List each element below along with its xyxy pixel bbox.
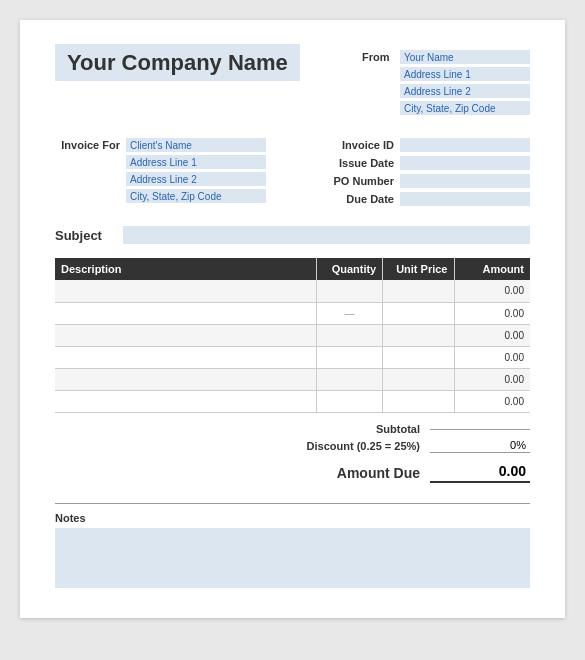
table-row: 0.00 — [55, 390, 530, 412]
invoice-table: Description Quantity Unit Price Amount 0… — [55, 258, 530, 413]
price-header: Unit Price — [383, 258, 454, 280]
invoice-meta-block: Invoice ID Issue Date PO Number Due Date — [324, 138, 530, 206]
from-address1-field[interactable]: Address Line 1 — [400, 67, 530, 81]
due-date-row: Due Date — [324, 192, 530, 206]
issue-date-field[interactable] — [400, 156, 530, 170]
table-row: 0.00 — [55, 368, 530, 390]
amount-due-label: Amount Due — [300, 465, 420, 481]
company-name[interactable]: Your Company Name — [55, 44, 300, 81]
notes-section: Notes — [55, 503, 530, 588]
invoice-for-block: Invoice For Client's Name Address Line 1… — [55, 138, 266, 206]
qty-cell[interactable]: — — [316, 302, 383, 324]
company-name-block: Your Company Name — [55, 50, 300, 76]
subtotal-row: Subtotal — [300, 423, 530, 435]
price-cell[interactable] — [383, 324, 454, 346]
desc-header: Description — [55, 258, 316, 280]
desc-cell[interactable] — [55, 346, 316, 368]
amount-cell: 0.00 — [454, 390, 530, 412]
qty-header: Quantity — [316, 258, 383, 280]
amount-cell: 0.00 — [454, 324, 530, 346]
subject-label: Subject — [55, 228, 115, 243]
from-name-field[interactable]: Your Name — [400, 50, 530, 64]
invoice-id-label: Invoice ID — [324, 139, 394, 151]
client-address2-field[interactable]: Address Line 2 — [126, 172, 266, 186]
header: Your Company Name From Your Name Address… — [55, 50, 530, 118]
subtotal-value[interactable] — [430, 428, 530, 430]
from-address2-field[interactable]: Address Line 2 — [400, 84, 530, 98]
invoice-id-row: Invoice ID — [324, 138, 530, 152]
discount-value[interactable]: 0% — [430, 439, 530, 453]
amount-due-value[interactable]: 0.00 — [430, 463, 530, 483]
totals-section: Subtotal Discount (0.25 = 25%) 0% Amount… — [55, 423, 530, 483]
desc-cell[interactable] — [55, 368, 316, 390]
desc-cell[interactable] — [55, 302, 316, 324]
qty-cell[interactable] — [316, 280, 383, 302]
subtotal-label: Subtotal — [300, 423, 420, 435]
desc-cell[interactable] — [55, 280, 316, 302]
table-header-row: Description Quantity Unit Price Amount — [55, 258, 530, 280]
amount-cell: 0.00 — [454, 280, 530, 302]
issue-date-label: Issue Date — [324, 157, 394, 169]
amount-due-row: Amount Due 0.00 — [300, 463, 530, 483]
qty-cell[interactable] — [316, 324, 383, 346]
from-city-field[interactable]: City, State, Zip Code — [400, 101, 530, 115]
issue-date-row: Issue Date — [324, 156, 530, 170]
po-number-row: PO Number — [324, 174, 530, 188]
po-number-label: PO Number — [324, 175, 394, 187]
po-number-field[interactable] — [400, 174, 530, 188]
client-address1-field[interactable]: Address Line 1 — [126, 155, 266, 169]
amount-cell: 0.00 — [454, 302, 530, 324]
price-cell[interactable] — [383, 390, 454, 412]
from-label: From — [362, 51, 392, 63]
desc-cell[interactable] — [55, 324, 316, 346]
notes-area[interactable] — [55, 528, 530, 588]
invoice-container: Your Company Name From Your Name Address… — [20, 20, 565, 618]
client-name-field[interactable]: Client's Name — [126, 138, 266, 152]
due-date-label: Due Date — [324, 193, 394, 205]
price-cell[interactable] — [383, 302, 454, 324]
client-city-field[interactable]: City, State, Zip Code — [126, 189, 266, 203]
table-row: 0.00 — [55, 324, 530, 346]
discount-label: Discount (0.25 = 25%) — [300, 440, 420, 452]
invoice-for-label: Invoice For — [55, 139, 120, 151]
amount-header: Amount — [454, 258, 530, 280]
qty-cell[interactable] — [316, 390, 383, 412]
subject-field[interactable] — [123, 226, 530, 244]
notes-label: Notes — [55, 512, 530, 524]
table-row: 0.00 — [55, 280, 530, 302]
invoice-for-row: Invoice For Client's Name — [55, 138, 266, 155]
from-name-row: From Your Name — [362, 50, 530, 67]
from-block: From Your Name Address Line 1 Address Li… — [362, 50, 530, 118]
table-row: —0.00 — [55, 302, 530, 324]
qty-cell[interactable] — [316, 346, 383, 368]
qty-cell[interactable] — [316, 368, 383, 390]
middle-section: Invoice For Client's Name Address Line 1… — [55, 138, 530, 206]
price-cell[interactable] — [383, 346, 454, 368]
amount-cell: 0.00 — [454, 368, 530, 390]
invoice-id-field[interactable] — [400, 138, 530, 152]
amount-cell: 0.00 — [454, 346, 530, 368]
discount-row: Discount (0.25 = 25%) 0% — [300, 439, 530, 453]
subject-row: Subject — [55, 226, 530, 244]
price-cell[interactable] — [383, 280, 454, 302]
price-cell[interactable] — [383, 368, 454, 390]
table-row: 0.00 — [55, 346, 530, 368]
desc-cell[interactable] — [55, 390, 316, 412]
due-date-field[interactable] — [400, 192, 530, 206]
subject-section: Subject — [55, 226, 530, 244]
